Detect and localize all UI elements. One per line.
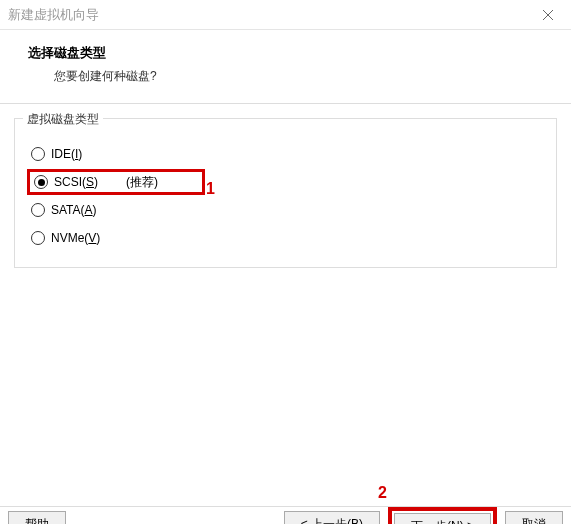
radio-icon [31, 147, 45, 161]
radio-nvme[interactable]: NVMe(V) [27, 225, 544, 251]
radio-ide[interactable]: IDE(I) [27, 141, 544, 167]
radio-label-sata: SATA(A) [51, 203, 97, 217]
disk-type-group: 虚拟磁盘类型 IDE(I) SCSI(S) (推荐) SATA(A) NVMe(… [14, 118, 557, 268]
radio-icon [34, 175, 48, 189]
help-button[interactable]: 帮助 [8, 511, 66, 524]
page-subtitle: 您要创建何种磁盘? [28, 68, 543, 85]
titlebar: 新建虚拟机向导 [0, 0, 571, 30]
next-button[interactable]: 下一步(N) > [394, 513, 491, 524]
radio-label-nvme: NVMe(V) [51, 231, 100, 245]
radio-scsi[interactable]: SCSI(S) (推荐) [27, 169, 205, 195]
close-button[interactable] [533, 0, 563, 30]
page-title: 选择磁盘类型 [28, 44, 543, 62]
back-button[interactable]: < 上一步(B) [284, 511, 380, 524]
annotation-1: 1 [206, 180, 215, 198]
radio-label-scsi: SCSI(S) [54, 175, 98, 189]
window-title: 新建虚拟机向导 [8, 6, 533, 24]
radio-label-ide: IDE(I) [51, 147, 82, 161]
wizard-header: 选择磁盘类型 您要创建何种磁盘? [0, 30, 571, 103]
radio-icon [31, 203, 45, 217]
recommended-label: (推荐) [126, 174, 158, 191]
annotation-2: 2 [378, 484, 387, 502]
next-highlight: 下一步(N) > [388, 507, 497, 524]
content-area: 虚拟磁盘类型 IDE(I) SCSI(S) (推荐) SATA(A) NVMe(… [0, 104, 571, 268]
radio-icon [31, 231, 45, 245]
cancel-button[interactable]: 取消 [505, 511, 563, 524]
radio-sata[interactable]: SATA(A) [27, 197, 544, 223]
button-bar: 帮助 < 上一步(B) 下一步(N) > 取消 [0, 506, 571, 524]
group-legend: 虚拟磁盘类型 [23, 111, 103, 128]
close-icon [542, 9, 554, 21]
